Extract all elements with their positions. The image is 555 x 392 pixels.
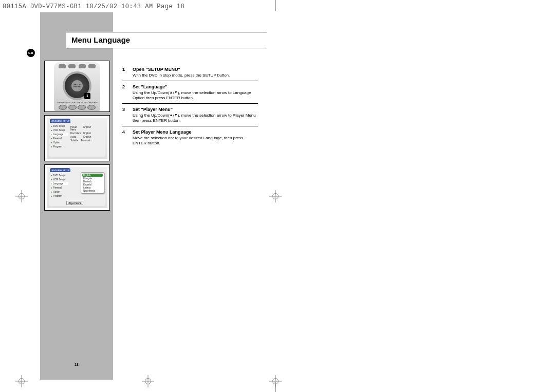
instruction-steps: 1 Open "SETUP MENU" With the DVD in stop… <box>122 66 258 151</box>
remote-body: SETUP ENTER 1 TRK/SKIP/SLOW SUBTITLE MOD… <box>54 62 100 111</box>
remote-bottom-buttons <box>58 105 96 110</box>
list-item: Language <box>50 133 68 136</box>
list-item: DVD Setup <box>50 174 68 177</box>
setting-val: Automatic <box>81 139 91 142</box>
page-number: 18 <box>75 363 79 366</box>
list-item: VCR Setup <box>50 178 68 181</box>
step-row: 2 Set "Language" Using the Up/Down(▲/▼),… <box>122 83 258 104</box>
section-title: Menu Language <box>71 35 130 44</box>
step-row: 4 Set Player Menu Language Move the sele… <box>122 128 258 148</box>
step-desc: Move the selection bar to your desired L… <box>133 136 258 146</box>
illustration-stack: SETUP ENTER 1 TRK/SKIP/SLOW SUBTITLE MOD… <box>44 61 110 214</box>
setting-key: Disc Menu <box>70 132 81 135</box>
remote-label: TRK/SKIP/SLOW <box>57 102 70 104</box>
down-arrow-icon: ▼ <box>174 90 178 95</box>
list-item: Language <box>50 182 68 185</box>
step-number: 4 <box>122 129 133 146</box>
header-metadata: 00115A DVD-V77MS-GB1 10/25/02 10:43 AM P… <box>3 3 184 10</box>
step-desc: With the DVD in stop mode, press the SET… <box>133 73 258 78</box>
step-row: 1 Open "SETUP MENU" With the DVD in stop… <box>122 66 258 81</box>
setting-key: Player Menu <box>70 126 83 131</box>
step-row: 3 Set "Player Menu" Using the Up/Down(▲/… <box>122 106 258 126</box>
player-menu-tag: Player Menu <box>66 201 83 205</box>
language-badge: GB <box>27 49 35 57</box>
section-title-bar: Menu Language <box>66 32 267 48</box>
remote-illustration: SETUP ENTER 1 TRK/SKIP/SLOW SUBTITLE MOD… <box>44 61 110 112</box>
setting-val: English <box>83 126 91 131</box>
desc-text: Using the Up/Down( <box>133 90 170 95</box>
step-title: Set Player Menu Language <box>133 129 258 135</box>
remote-dial-center: SETUP ENTER <box>71 80 83 91</box>
step-number: 3 <box>122 107 133 123</box>
step-desc: Using the Up/Down(▲/▼), move the selecti… <box>133 90 258 101</box>
remote-label: LANGUAGE <box>88 102 98 104</box>
step-badge-icon: 1 <box>84 93 90 99</box>
registration-mark-icon <box>269 190 282 202</box>
remote-dial: SETUP ENTER 1 <box>63 71 91 100</box>
remote-label: MODE <box>81 102 87 104</box>
menu-settings-list: Player MenuEnglish Disc MenuEnglish Audi… <box>69 123 92 157</box>
list-item: Program <box>50 194 68 197</box>
setting-key: Subtitle <box>70 139 78 142</box>
step-title: Open "SETUP MENU" <box>133 67 258 72</box>
menu-left-list: DVD Setup VCR Setup Language Parental Op… <box>49 123 69 157</box>
list-item: DVD Setup <box>50 124 68 127</box>
step-number: 2 <box>122 84 133 101</box>
setting-val: English <box>83 132 91 135</box>
language-popup: English Français Deutsch Español Italian… <box>81 172 104 194</box>
step-number: 1 <box>122 67 133 78</box>
list-item: Option <box>50 190 68 193</box>
remote-label: SUBTITLE <box>71 102 80 104</box>
step-desc: Using the Up/Down(▲/▼), move the selecti… <box>133 113 258 123</box>
remote-function-labels: TRK/SKIP/SLOW SUBTITLE MODE LANGUAGE <box>56 102 98 104</box>
menu-screenshot-2: LANGUAGE SETUP DVD Setup VCR Setup Langu… <box>44 164 110 211</box>
setting-val: English <box>83 136 91 138</box>
registration-mark-icon <box>15 375 28 387</box>
popup-item: Nederlands <box>82 189 103 192</box>
desc-text: Using the Up/Down( <box>133 113 170 118</box>
up-arrow-icon: ▲ <box>170 113 173 118</box>
list-item: Parental <box>50 186 68 189</box>
registration-mark-icon <box>15 190 28 202</box>
registration-mark-icon <box>142 375 154 387</box>
list-item: Option <box>50 141 68 144</box>
page-marker-triangle <box>68 353 87 369</box>
down-arrow-icon: ▼ <box>174 113 178 118</box>
menu-screenshot-1: LANGUAGE SETUP Return DVD Setup VCR Setu… <box>44 115 110 161</box>
remote-top-buttons <box>57 64 97 68</box>
up-arrow-icon: ▲ <box>170 90 173 95</box>
list-item: Parental <box>50 137 68 140</box>
dial-label-bottom: ENTER <box>73 86 81 88</box>
list-item: Program <box>50 145 68 148</box>
crop-mark-icon <box>275 0 276 11</box>
step-title: Set "Language" <box>133 84 258 89</box>
setting-key: Audio <box>70 136 77 138</box>
crop-mark-icon <box>275 382 276 392</box>
step-title: Set "Player Menu" <box>133 107 258 112</box>
list-item: VCR Setup <box>50 128 68 132</box>
